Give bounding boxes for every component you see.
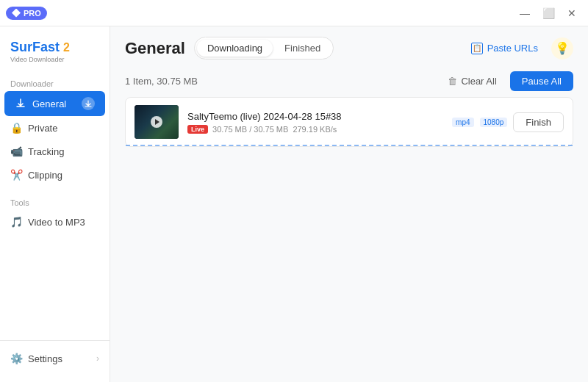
live-badge: Live	[187, 125, 208, 134]
thumbnail-image	[135, 105, 179, 139]
play-overlay	[151, 116, 162, 128]
quality-badge: 1080p	[480, 118, 508, 127]
minimize-button[interactable]: —	[514, 3, 535, 24]
settings-left: ⚙️ Settings	[10, 353, 62, 364]
toolbar: 1 Item, 30.75 MB 🗑 Clear All Pause All	[110, 67, 588, 97]
download-badge	[82, 97, 95, 110]
sidebar-item-video-to-mp3[interactable]: 🎵 Video to MP3	[0, 210, 110, 234]
item-size: 30.75 MB / 30.75 MB	[212, 125, 288, 134]
pro-badge[interactable]: PRO	[6, 7, 47, 20]
logo-brand: SurFast	[10, 40, 60, 54]
trash-icon: 🗑	[448, 76, 457, 87]
progress-bar-track	[126, 144, 573, 146]
item-info: SaltyTeemo (live) 2024-04-28 15#38 Live …	[187, 111, 443, 134]
maximize-button[interactable]: ⬜	[538, 3, 559, 24]
sidebar-item-video-to-mp3-label: Video to MP3	[28, 217, 85, 228]
item-actions: mp4 1080p Finish	[452, 112, 564, 132]
logo-subtitle: Video Downloader	[10, 56, 99, 63]
thumbnail	[135, 105, 179, 139]
pause-all-button[interactable]: Pause All	[510, 71, 573, 91]
toolbar-right: 🗑 Clear All Pause All	[440, 71, 573, 91]
diamond-icon	[12, 9, 21, 18]
tab-finished[interactable]: Finished	[274, 40, 331, 57]
titlebar: PRO — ⬜ ✕	[0, 0, 588, 26]
tools-section-label: Tools	[0, 194, 110, 210]
app-container: SurFast 2 Video Downloader Downloader Ge…	[0, 26, 588, 382]
music-icon: 🎵	[10, 216, 22, 228]
pro-label: PRO	[24, 9, 41, 18]
logo: SurFast 2	[10, 40, 99, 55]
sidebar-item-private-label: Private	[28, 123, 57, 134]
clear-all-label: Clear All	[461, 76, 496, 87]
main-content: General Downloading Finished 📋 Paste URL…	[110, 26, 588, 382]
clipping-icon: ✂️	[10, 169, 22, 181]
tracking-icon: 📹	[10, 145, 22, 157]
bulb-button[interactable]: 💡	[551, 37, 573, 60]
sidebar-item-private[interactable]: 🔒 Private	[0, 116, 110, 140]
item-count: 1 Item, 30.75 MB	[125, 76, 198, 87]
logo-area: SurFast 2 Video Downloader	[0, 32, 110, 75]
logo-version: 2	[63, 41, 70, 54]
sidebar-item-general-label: General	[32, 98, 66, 109]
header-right: 📋 Paste URLs 💡	[465, 37, 573, 60]
item-speed: 279.19 KB/s	[293, 125, 337, 134]
bulb-icon: 💡	[555, 41, 570, 55]
clear-all-button[interactable]: 🗑 Clear All	[440, 72, 503, 90]
sidebar-item-clipping[interactable]: ✂️ Clipping	[0, 163, 110, 187]
lock-icon: 🔒	[10, 122, 22, 134]
page-title: General	[125, 39, 185, 58]
sidebar-item-general[interactable]: General	[4, 91, 105, 116]
sidebar: SurFast 2 Video Downloader Downloader Ge…	[0, 26, 110, 382]
settings-label: Settings	[28, 353, 62, 364]
item-meta: Live 30.75 MB / 30.75 MB 279.19 KB/s	[187, 125, 443, 134]
tab-downloading[interactable]: Downloading	[197, 40, 273, 57]
paste-urls-label: Paste URLs	[487, 43, 538, 54]
table-row: SaltyTeemo (live) 2024-04-28 15#38 Live …	[125, 97, 573, 147]
paste-urls-button[interactable]: 📋 Paste URLs	[465, 40, 544, 57]
sidebar-item-tracking-label: Tracking	[28, 146, 64, 157]
downloader-section-label: Downloader	[0, 75, 110, 91]
download-icon	[15, 98, 26, 109]
settings-icon: ⚙️	[10, 353, 22, 364]
item-title: SaltyTeemo (live) 2024-04-28 15#38	[187, 111, 443, 122]
settings-item[interactable]: ⚙️ Settings ›	[0, 347, 110, 370]
close-button[interactable]: ✕	[562, 3, 582, 24]
chevron-right-icon: ›	[96, 353, 99, 364]
main-header: General Downloading Finished 📋 Paste URL…	[110, 26, 588, 67]
sidebar-item-clipping-label: Clipping	[28, 170, 62, 181]
download-list: SaltyTeemo (live) 2024-04-28 15#38 Live …	[110, 97, 588, 382]
finish-button[interactable]: Finish	[513, 112, 564, 132]
tab-group: Downloading Finished	[194, 37, 334, 60]
sidebar-item-tracking[interactable]: 📹 Tracking	[0, 140, 110, 163]
sidebar-footer: ⚙️ Settings ›	[0, 340, 110, 376]
paste-icon: 📋	[471, 43, 483, 54]
progress-bar-container	[126, 144, 573, 146]
format-badge: mp4	[452, 118, 473, 127]
